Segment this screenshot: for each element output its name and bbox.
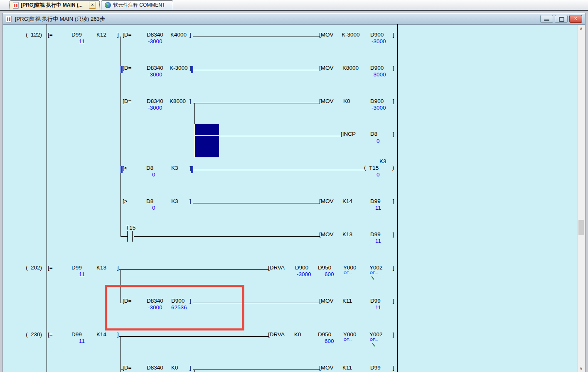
instruction-token[interactable]: ] — [393, 264, 394, 271]
instruction-token[interactable]: K13 — [96, 264, 106, 271]
instruction-token[interactable]: D99 — [71, 264, 82, 271]
instruction-token[interactable]: ] — [393, 198, 394, 205]
instruction-token[interactable]: D8 — [146, 165, 153, 171]
instruction-token[interactable]: [> — [123, 198, 128, 205]
instruction-token[interactable]: [DRVA — [268, 264, 285, 271]
ladder-canvas[interactable]: ∧ ∨ — [3, 24, 585, 372]
instruction-token[interactable]: [D= — [123, 365, 131, 371]
instruction-token[interactable]: K-3000 — [342, 32, 360, 38]
instruction-token[interactable]: D99 — [71, 331, 82, 338]
instruction-token[interactable]: [D= — [123, 32, 131, 38]
instruction-token[interactable]: D8340 — [147, 32, 163, 38]
instruction-token[interactable]: K14 — [342, 198, 352, 205]
instruction-token[interactable]: ] — [393, 32, 394, 38]
instruction-token[interactable]: [< — [123, 165, 128, 171]
instruction-token[interactable]: ] — [393, 131, 394, 137]
restore-button[interactable] — [555, 15, 568, 23]
instruction-token[interactable]: K3 — [171, 165, 178, 171]
instruction-token[interactable]: [DRVA — [268, 331, 285, 338]
instruction-token[interactable]: K11 — [342, 365, 352, 371]
instruction-token[interactable]: D900 — [295, 264, 308, 271]
minimize-button[interactable] — [540, 15, 553, 23]
tab-close-button[interactable]: × — [89, 2, 96, 9]
instruction-token[interactable]: K13 — [342, 231, 352, 238]
coil-preset: K3 — [379, 158, 386, 165]
device-comment-abbrev: OF... — [344, 338, 352, 342]
instruction-token[interactable]: T15 — [369, 165, 379, 171]
scroll-thumb[interactable] — [578, 220, 584, 235]
instruction-token[interactable]: D950 — [318, 331, 331, 338]
instruction-token[interactable]: ] — [117, 264, 119, 271]
instruction-token[interactable]: Y002 — [369, 264, 383, 271]
monitor-value: 11 — [79, 338, 85, 345]
scroll-up-arrow[interactable]: ∧ — [578, 25, 585, 32]
instruction-token[interactable]: D900 — [370, 65, 384, 71]
instruction-token[interactable]: K0 — [343, 98, 350, 105]
instruction-token[interactable]: ] — [393, 231, 394, 238]
instruction-token[interactable]: [INCP — [341, 131, 356, 137]
tab-prg-monitor-main[interactable]: [PRG]监视 执行中 MAIN (... × — [9, 0, 100, 10]
instruction-token[interactable]: ] — [393, 331, 394, 338]
instruction-token[interactable]: D8340 — [147, 65, 163, 71]
instruction-token[interactable]: ] — [393, 65, 394, 71]
instruction-token[interactable]: [= — [48, 264, 53, 271]
instruction-token[interactable]: Y000 — [343, 331, 357, 338]
close-button[interactable]: × — [569, 15, 582, 23]
instruction-token[interactable]: [D= — [123, 65, 131, 71]
coil-paren[interactable]: ) — [392, 164, 394, 171]
instruction-token[interactable]: ] — [393, 298, 394, 304]
instruction-token[interactable]: [D= — [123, 98, 131, 105]
tab-device-comment[interactable]: 软元件注释 COMMENT — [101, 0, 173, 10]
instruction-token[interactable]: K4000 — [170, 32, 187, 38]
instruction-token[interactable]: K8000 — [170, 98, 186, 105]
instruction-token[interactable]: Y002 — [369, 331, 383, 338]
instruction-token[interactable]: K11 — [342, 298, 352, 304]
comment-icon — [105, 2, 111, 8]
instruction-token[interactable]: K14 — [96, 331, 106, 338]
instruction-token[interactable]: D900 — [370, 98, 384, 105]
instruction-token[interactable]: K0 — [171, 365, 178, 371]
instruction-token[interactable]: ] — [117, 32, 119, 38]
instruction-token[interactable]: K0 — [294, 331, 301, 338]
instruction-token[interactable]: D8 — [146, 198, 153, 205]
instruction-token[interactable]: ] — [393, 365, 394, 371]
monitor-value: -3000 — [148, 71, 162, 78]
instruction-token[interactable]: ] — [189, 198, 191, 205]
instruction-token[interactable]: ] — [189, 32, 191, 38]
instruction-token[interactable]: [MOV — [319, 98, 334, 105]
instruction-token[interactable]: D900 — [370, 32, 384, 38]
instruction-token[interactable]: ] — [117, 331, 119, 338]
instruction-token[interactable]: Y000 — [343, 264, 357, 271]
instruction-token[interactable]: ] — [189, 365, 191, 371]
instruction-token[interactable]: D99 — [370, 231, 381, 238]
instruction-token[interactable]: ] — [189, 98, 191, 105]
instruction-token[interactable]: D99 — [370, 365, 381, 371]
instruction-token[interactable]: [= — [48, 331, 53, 338]
instruction-token[interactable]: [MOV — [319, 365, 334, 371]
instruction-token[interactable]: D99 — [370, 298, 381, 304]
instruction-token[interactable]: [MOV — [319, 231, 334, 238]
instruction-token[interactable]: D8 — [370, 131, 377, 137]
instruction-token[interactable]: K3 — [171, 198, 178, 205]
contact-label[interactable]: T15 — [126, 225, 135, 231]
window-titlebar[interactable]: [PRG]监视 执行中 MAIN (只读) 263步 × — [3, 14, 585, 24]
instruction-token[interactable]: [MOV — [319, 198, 334, 205]
monitor-value: 0 — [376, 171, 380, 178]
instruction-token[interactable]: D8340 — [147, 98, 163, 105]
instruction-token[interactable]: K12 — [96, 32, 106, 38]
instruction-token[interactable]: [MOV — [319, 65, 334, 71]
scroll-down-arrow[interactable]: ∨ — [578, 365, 585, 372]
instruction-token[interactable]: ] — [393, 98, 394, 105]
instruction-token[interactable]: D8340 — [147, 365, 163, 371]
instruction-token[interactable]: D99 — [370, 198, 381, 205]
instruction-token[interactable]: [= — [48, 32, 53, 38]
instruction-token[interactable]: K8000 — [342, 65, 359, 71]
vertical-scrollbar[interactable]: ∧ ∨ — [577, 25, 585, 372]
instruction-token[interactable]: K-3000 — [170, 65, 188, 71]
instruction-token[interactable]: D950 — [318, 264, 331, 271]
selection-cursor[interactable] — [194, 124, 219, 158]
wire — [193, 170, 365, 170]
instruction-token[interactable]: D99 — [71, 32, 82, 38]
instruction-token[interactable]: [MOV — [319, 32, 334, 38]
instruction-token[interactable]: [MOV — [319, 298, 334, 304]
